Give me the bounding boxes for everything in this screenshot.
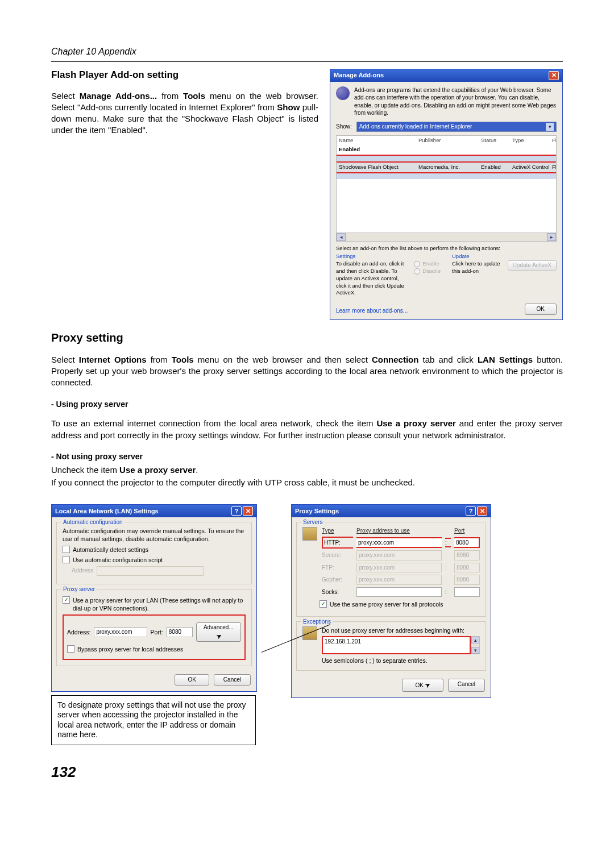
t: Uncheck the item bbox=[51, 465, 119, 475]
enable-radio[interactable]: Enable bbox=[414, 260, 441, 268]
update-activex-button[interactable]: Update ActiveX bbox=[508, 260, 557, 271]
show-dropdown[interactable]: Add-ons currently loaded in Internet Exp… bbox=[356, 122, 557, 132]
same-proxy-checkbox[interactable]: ✓ Use the same proxy server for all prot… bbox=[320, 600, 480, 608]
col-port: Port bbox=[454, 527, 480, 535]
socks-address-input[interactable] bbox=[356, 587, 442, 597]
flash-heading: Flash Player Add-on setting bbox=[51, 69, 318, 82]
list-row[interactable]: Shockwave Flash Object Macromedia, Inc. … bbox=[337, 163, 556, 172]
address-input bbox=[97, 566, 204, 576]
enable-label: Enable bbox=[422, 260, 439, 268]
auto-config-text: Automatic configuration may override man… bbox=[63, 527, 246, 543]
scroll-right-icon[interactable]: ▸ bbox=[547, 233, 556, 241]
auto-script-checkbox[interactable]: Use automatic configuration script bbox=[63, 556, 246, 564]
list-header: Name Publisher Status Type File bbox=[337, 136, 556, 146]
cell-name: Shockwave Flash Object bbox=[339, 164, 418, 171]
col-type[interactable]: Type bbox=[512, 137, 552, 144]
col-name[interactable]: Name bbox=[339, 137, 418, 144]
t: Use a proxy server bbox=[119, 465, 196, 475]
http-port-input[interactable]: 8080 bbox=[454, 537, 480, 549]
proxy-address-input[interactable]: proxy.xxx.com bbox=[94, 627, 147, 637]
cell-type: ActiveX Control bbox=[512, 164, 552, 171]
ftp-port-input: 8080 bbox=[454, 563, 480, 573]
checkbox-icon bbox=[67, 645, 74, 653]
t: Use a proxy server bbox=[376, 418, 456, 428]
checkbox-icon: ✓ bbox=[63, 596, 70, 604]
t: Internet Options bbox=[79, 355, 147, 364]
addons-list[interactable]: Name Publisher Status Type File Enabled … bbox=[336, 135, 557, 242]
gopher-address-input: proxy.xxx.com bbox=[356, 575, 442, 585]
dialog-title: Proxy Settings bbox=[295, 507, 339, 516]
t: Select bbox=[51, 355, 79, 364]
colon: : bbox=[445, 576, 451, 584]
exceptions-input[interactable]: 192.168.1.201 bbox=[322, 636, 471, 654]
auto-detect-label: Automatically detect settings bbox=[73, 546, 148, 554]
exceptions-group: Exceptions Do not use proxy server for a… bbox=[296, 621, 486, 671]
t: To use an external internet connection f… bbox=[51, 418, 376, 428]
settings-text: To disable an add-on, click it and then … bbox=[336, 260, 408, 297]
t: Show bbox=[277, 102, 300, 112]
proxy-highlight: Address: proxy.xxx.com Port: 8080 Advanc… bbox=[63, 614, 246, 660]
learn-more-link[interactable]: Learn more about add-ons... bbox=[336, 307, 408, 315]
highlight-bottom bbox=[337, 172, 556, 179]
bypass-checkbox[interactable]: Bypass proxy server for local addresses bbox=[67, 645, 241, 653]
advanced-button[interactable]: Advanced...➤ bbox=[196, 622, 241, 642]
settings-head: Settings bbox=[336, 253, 441, 260]
help-icon[interactable]: ? bbox=[466, 506, 476, 516]
update-text: Click here to update this add-on bbox=[452, 260, 503, 275]
show-value: Add-ons currently loaded in Internet Exp… bbox=[359, 123, 472, 131]
address2-label: Address: bbox=[67, 628, 90, 636]
bypass-label: Bypass proxy server for local addresses bbox=[77, 645, 183, 653]
not-using-proxy-line2: If you connect the projector to the comp… bbox=[51, 477, 563, 488]
ok-button[interactable]: OK➤ bbox=[402, 679, 443, 691]
proxy-intro: Select Internet Options from Tools menu … bbox=[51, 354, 563, 389]
not-using-proxy-head: - Not using proxy server bbox=[51, 451, 563, 462]
dialog-title: Manage Add-ons bbox=[334, 71, 384, 80]
col-publisher[interactable]: Publisher bbox=[418, 137, 481, 144]
socks-port-input[interactable] bbox=[454, 587, 480, 597]
cancel-button[interactable]: Cancel bbox=[448, 679, 485, 691]
col-file[interactable]: File bbox=[552, 137, 557, 144]
auto-config-legend: Automatic configuration bbox=[61, 518, 125, 526]
proxy-port-input[interactable]: 8080 bbox=[167, 627, 193, 637]
lan-settings-dialog: Local Area Network (LAN) Settings ? ✕ Au… bbox=[51, 504, 257, 691]
group-enabled: Enabled bbox=[337, 145, 556, 155]
scroll-up-icon[interactable]: ▴ bbox=[471, 637, 479, 643]
t: from bbox=[147, 355, 172, 364]
chevron-down-icon[interactable]: ▾ bbox=[546, 123, 554, 131]
checkbox-icon: ✓ bbox=[320, 600, 327, 608]
highlight-top bbox=[337, 155, 556, 163]
col-address: Proxy address to use bbox=[356, 527, 442, 535]
radio-icon bbox=[414, 261, 420, 267]
secure-address-input: proxy.xxx.com bbox=[356, 550, 442, 560]
close-icon[interactable]: ✕ bbox=[243, 506, 253, 516]
auto-script-label: Use automatic configuration script bbox=[73, 556, 163, 564]
colon: : bbox=[445, 538, 451, 548]
cell-publisher: Macromedia, Inc. bbox=[418, 164, 481, 171]
chapter-header: Chapter 10 Appendix bbox=[51, 45, 563, 58]
use-proxy-label: Use a proxy server for your LAN (These s… bbox=[73, 596, 246, 612]
cancel-button[interactable]: Cancel bbox=[214, 674, 251, 686]
http-address-input[interactable]: proxy.xxx.com bbox=[356, 537, 442, 549]
scrollbar-horizontal[interactable]: ◂ ▸ bbox=[337, 232, 556, 241]
t: LAN Settings bbox=[478, 355, 533, 364]
secure-label: Secure: bbox=[322, 551, 353, 559]
help-icon[interactable]: ? bbox=[231, 506, 242, 516]
scroll-left-icon[interactable]: ◂ bbox=[337, 233, 346, 241]
close-icon[interactable]: ✕ bbox=[477, 506, 487, 516]
servers-icon bbox=[302, 527, 317, 541]
scroll-down-icon[interactable]: ▾ bbox=[471, 647, 479, 654]
dialog-titlebar[interactable]: Local Area Network (LAN) Settings ? ✕ bbox=[52, 505, 256, 517]
dialog-titlebar[interactable]: Proxy Settings ? ✕ bbox=[292, 505, 491, 517]
ok-button[interactable]: OK bbox=[175, 674, 209, 686]
col-status[interactable]: Status bbox=[481, 137, 512, 144]
disable-radio[interactable]: Disable bbox=[414, 268, 441, 275]
auto-detect-checkbox[interactable]: Automatically detect settings bbox=[63, 546, 246, 554]
use-proxy-checkbox[interactable]: ✓Use a proxy server for your LAN (These … bbox=[63, 596, 246, 612]
same-proxy-label: Use the same proxy server for all protoc… bbox=[330, 600, 443, 608]
close-icon[interactable]: ✕ bbox=[549, 71, 559, 80]
header-rule bbox=[51, 61, 563, 62]
cursor-icon: ➤ bbox=[422, 680, 432, 691]
ok-button[interactable]: OK bbox=[525, 304, 557, 315]
t: . bbox=[196, 465, 198, 475]
dialog-titlebar[interactable]: Manage Add-ons ✕ bbox=[330, 69, 562, 82]
